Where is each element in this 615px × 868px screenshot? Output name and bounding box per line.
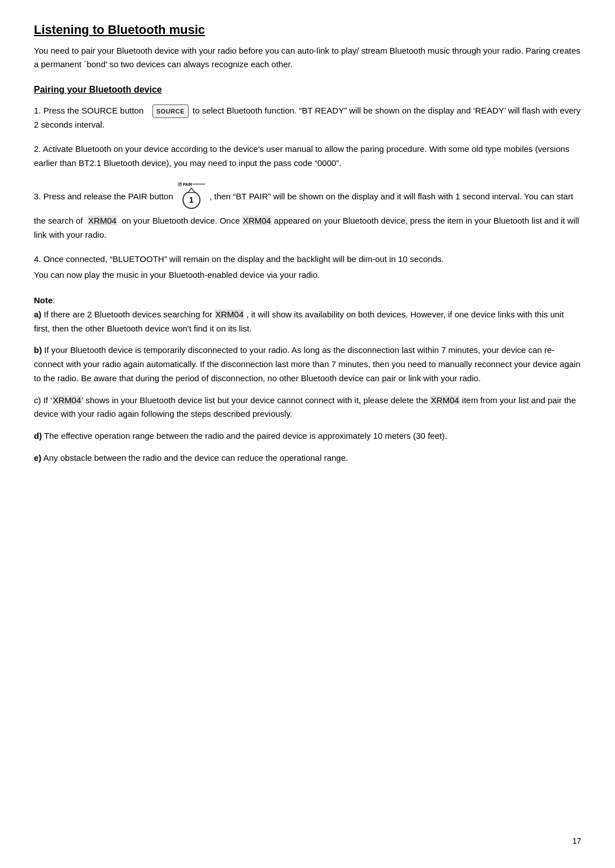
note-item-b: b) If your Bluetooth device is temporari… [34,343,581,385]
note-a-label: a) [34,309,41,319]
source-button-icon: SOURCE [152,104,189,118]
step3-mid2-text: on your Bluetooth device. Once [121,216,239,225]
step-1: 1. Press the SOURCE button SOURCE to sel… [34,104,581,132]
note-b-text: If your Bluetooth device is temporarily … [34,345,581,383]
note-b-label: b) [34,345,42,355]
note-a-text1: If there are 2 Bluetooth devices searchi… [44,309,215,319]
pairing-section-heading: Pairing your Bluetooth device [34,85,581,95]
note-item-d: d) The effective operation range between… [34,429,581,443]
note-item-e: e) Any obstacle between the radio and th… [34,451,581,465]
note-a-xrm04: XRM04 [215,309,244,319]
step3-xrm1: XRM04 [88,216,117,225]
step-3: 3. Press and release the PAIR button Ⓟ P… [34,180,581,242]
note-d-text: The effective operation range between th… [44,431,447,440]
svg-marker-4 [188,188,195,193]
note-item-c: c) If ‘XRM04’ shows in your Bluetooth de… [34,394,581,422]
note-c-xrm2: XRM04 [430,395,460,405]
page-number: 17 [572,836,581,845]
intro-paragraph: You need to pair your Bluetooth device w… [34,44,581,71]
step-4: 4. Once connected, “BLUETOOTH” will rema… [34,252,581,283]
note-c-label: c) If ‘ [34,395,53,405]
step3-xrm2: XRM04 [242,216,272,225]
step4b-text: You can now play the music in your Bluet… [34,268,581,282]
step-2: 2. Activate Bluetooth on your device acc… [34,142,581,171]
note-d-label: d) [34,431,42,440]
step4-text: 4. Once connected, “BLUETOOTH” will rema… [34,252,581,267]
step1-pre-text: 1. Press the SOURCE button [34,106,143,115]
page-title: Listening to Bluetooth music [34,23,205,37]
note-c-xrm1: XRM04 [53,395,82,405]
pair-button-icon: Ⓟ PAIR 1 [177,180,206,214]
note-item-a: a) If there are 2 Bluetooth devices sear… [34,308,581,336]
step2-text: 2. Activate Bluetooth on your device acc… [34,142,581,171]
note-c-text2: ’ shows in your Bluetooth device list bu… [82,395,430,405]
note-section: Note: a) If there are 2 Bluetooth device… [34,294,581,465]
note-e-text: Any obstacle between the radio and the d… [43,453,348,463]
svg-text:Ⓟ PAIR: Ⓟ PAIR [178,182,192,186]
svg-text:1: 1 [189,195,194,204]
note-e-label: e) [34,453,41,463]
note-label: Note [34,295,53,305]
step3-pre-text: 3. Press and release the PAIR button [34,191,173,201]
